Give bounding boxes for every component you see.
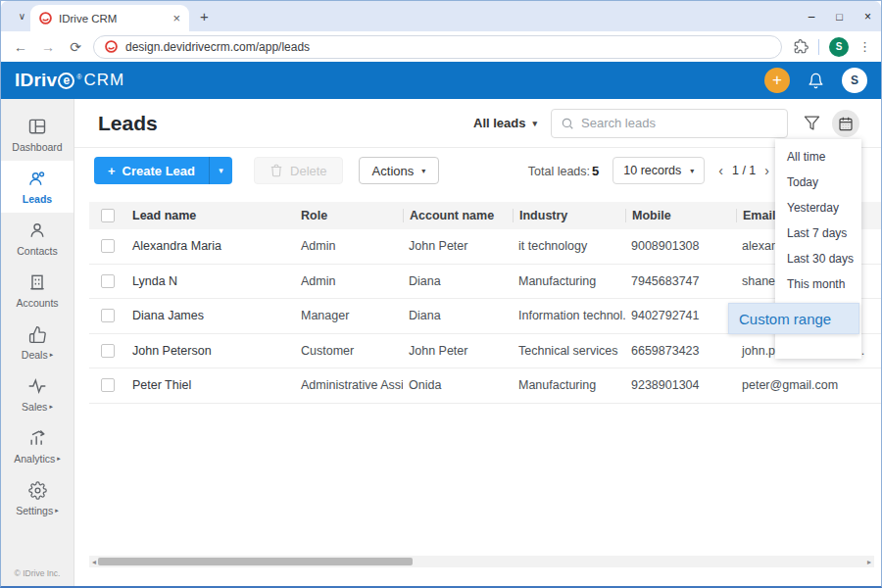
close-window-icon[interactable]: × bbox=[864, 10, 871, 24]
action-toolbar: + Create Lead ▾ Delete Actions ▾ Total bbox=[74, 148, 881, 193]
mobile-cell: 9008901308 bbox=[625, 239, 736, 253]
actions-button[interactable]: Actions ▾ bbox=[359, 157, 440, 184]
expand-arrow-icon: ▸ bbox=[55, 507, 59, 514]
view-filter-label: All leads bbox=[473, 116, 525, 130]
actions-label: Actions bbox=[372, 164, 415, 178]
mobile-cell: 6659873423 bbox=[625, 344, 736, 358]
page-header: Leads All leads ▾ bbox=[74, 99, 881, 148]
copyright-text: © IDrive Inc. bbox=[1, 568, 74, 578]
logo-text: IDriv bbox=[15, 70, 57, 91]
menu-item-today[interactable]: Today bbox=[775, 170, 861, 195]
select-all-checkbox[interactable] bbox=[101, 209, 115, 222]
user-avatar[interactable]: S bbox=[842, 68, 867, 93]
browser-tabstrip: ∨ IDrive CRM × + – □ × bbox=[1, 1, 881, 31]
lead-name-cell: Lynda N bbox=[126, 274, 295, 288]
industry-cell: Information technol... bbox=[513, 309, 625, 322]
sidebar-item-settings[interactable]: Settings▸ bbox=[1, 472, 74, 524]
records-per-page-dropdown[interactable]: 10 records ▾ bbox=[612, 157, 705, 184]
column-header-lead-name[interactable]: Lead name bbox=[126, 209, 295, 222]
filter-funnel-icon[interactable] bbox=[804, 115, 820, 131]
role-cell: Admin bbox=[295, 274, 403, 288]
column-header-role[interactable]: Role bbox=[295, 209, 403, 222]
menu-item-last-7-days[interactable]: Last 7 days bbox=[775, 220, 861, 246]
prev-page-icon[interactable]: ‹ bbox=[718, 164, 723, 177]
column-header-industry[interactable]: Industry bbox=[513, 209, 625, 222]
browser-profile-avatar[interactable]: S bbox=[829, 37, 849, 57]
sidebar-label: Accounts bbox=[16, 297, 58, 309]
browser-tab[interactable]: IDrive CRM × bbox=[30, 5, 189, 31]
menu-item-yesterday[interactable]: Yesterday bbox=[775, 195, 861, 220]
total-leads-label: Total leads: bbox=[528, 165, 590, 178]
minimize-icon[interactable]: – bbox=[808, 10, 815, 24]
sidebar-item-dashboard[interactable]: Dashboard bbox=[1, 109, 74, 161]
create-lead-caret-button[interactable]: ▾ bbox=[209, 157, 232, 184]
main-content: Leads All leads ▾ bbox=[74, 99, 881, 586]
role-cell: Administrative Assist... bbox=[295, 378, 403, 392]
caret-down-icon: ▾ bbox=[532, 119, 537, 128]
industry-cell: it technology bbox=[513, 239, 625, 253]
tab-close-icon[interactable]: × bbox=[172, 12, 180, 24]
new-tab-icon[interactable]: + bbox=[200, 8, 209, 24]
plus-icon: + bbox=[108, 164, 116, 178]
view-filter-dropdown[interactable]: All leads ▾ bbox=[473, 116, 537, 130]
row-checkbox[interactable] bbox=[101, 239, 115, 253]
idrive-crm-logo: IDriv e ® CRM bbox=[15, 70, 124, 91]
sidebar-item-accounts[interactable]: Accounts bbox=[1, 265, 74, 317]
table-row[interactable]: Alexandra Maria Admin John Peter it tech… bbox=[89, 229, 881, 265]
sidebar-label: Contacts bbox=[17, 245, 57, 257]
column-header-account-name[interactable]: Account name bbox=[403, 209, 513, 222]
contacts-icon bbox=[27, 220, 47, 240]
sidebar-item-leads[interactable]: Leads bbox=[1, 161, 74, 213]
next-page-icon[interactable]: › bbox=[764, 164, 769, 177]
scrollbar-thumb[interactable] bbox=[98, 558, 413, 565]
row-checkbox[interactable] bbox=[101, 378, 115, 392]
row-checkbox[interactable] bbox=[101, 344, 115, 358]
window-controls: – □ × bbox=[808, 1, 871, 31]
back-icon[interactable]: ← bbox=[11, 39, 30, 55]
browser-actions: S ⋮ bbox=[794, 37, 871, 57]
column-header-mobile[interactable]: Mobile bbox=[625, 209, 736, 222]
create-lead-label: Create Lead bbox=[122, 164, 195, 178]
scroll-right-icon[interactable]: ▸ bbox=[864, 558, 874, 566]
delete-button[interactable]: Delete bbox=[254, 157, 343, 184]
site-favicon-icon bbox=[105, 40, 118, 53]
row-checkbox[interactable] bbox=[101, 309, 115, 322]
industry-cell: Technical services bbox=[513, 344, 625, 358]
maximize-icon[interactable]: □ bbox=[836, 11, 843, 23]
forward-icon[interactable]: → bbox=[38, 39, 58, 55]
search-box[interactable] bbox=[551, 109, 788, 138]
table-row[interactable]: John Peterson Customer John Peter Techni… bbox=[89, 334, 881, 369]
address-bar[interactable]: design.devidrivecrm.com/app/leads bbox=[93, 35, 782, 59]
account-cell: Diana bbox=[403, 309, 513, 322]
menu-item-custom-range[interactable]: Custom range bbox=[728, 303, 859, 334]
horizontal-scrollbar[interactable]: ◂ ▸ bbox=[89, 556, 874, 567]
sidebar-label: Deals bbox=[22, 349, 48, 361]
sidebar-label: Sales bbox=[22, 401, 47, 413]
search-input[interactable] bbox=[581, 116, 778, 130]
search-icon bbox=[561, 117, 574, 130]
sidebar-item-sales[interactable]: Sales▸ bbox=[1, 368, 74, 420]
menu-item-last-30-days[interactable]: Last 30 days bbox=[775, 246, 861, 271]
sales-icon bbox=[27, 376, 47, 396]
quick-add-button[interactable]: + bbox=[764, 68, 790, 93]
menu-item-this-month[interactable]: This month bbox=[775, 271, 861, 297]
row-checkbox[interactable] bbox=[101, 274, 115, 288]
tab-title: IDrive CRM bbox=[59, 13, 166, 24]
app-header-actions: + S bbox=[764, 68, 867, 93]
browser-menu-icon[interactable]: ⋮ bbox=[858, 39, 871, 54]
menu-item-all-time[interactable]: All time bbox=[775, 144, 861, 170]
reload-icon[interactable]: ⟳ bbox=[66, 39, 85, 55]
table-row[interactable]: Peter Thiel Administrative Assist... Oni… bbox=[89, 368, 881, 404]
account-cell: John Peter bbox=[403, 239, 513, 253]
sidebar-item-deals[interactable]: Deals▸ bbox=[1, 317, 74, 368]
notifications-bell-icon[interactable] bbox=[808, 73, 824, 89]
total-leads-value: 5 bbox=[592, 164, 599, 178]
table-row[interactable]: Lynda N Admin Diana Manufacturing 794568… bbox=[89, 265, 881, 300]
extensions-icon[interactable] bbox=[794, 39, 808, 54]
sidebar-item-analytics[interactable]: Analytics▸ bbox=[1, 420, 74, 472]
calendar-button[interactable] bbox=[832, 110, 859, 137]
sidebar-label: Dashboard bbox=[12, 141, 62, 153]
create-lead-button[interactable]: + Create Lead bbox=[94, 157, 209, 184]
tab-search-icon[interactable]: ∨ bbox=[13, 7, 31, 25]
sidebar-item-contacts[interactable]: Contacts bbox=[1, 213, 74, 265]
